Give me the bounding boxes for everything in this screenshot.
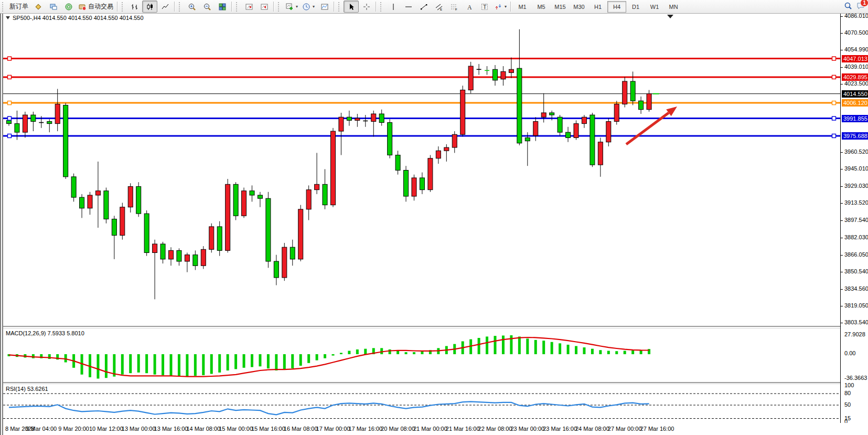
crosshair-button[interactable] <box>359 1 374 13</box>
auto-scroll-button[interactable] <box>241 1 256 13</box>
tile-windows-button[interactable] <box>215 1 230 13</box>
macd-histogram-bar <box>316 354 318 360</box>
annotation-arrow-line[interactable] <box>626 113 669 144</box>
bar-chart-button[interactable] <box>127 1 142 13</box>
timeframe-button-m5[interactable]: M5 <box>532 1 551 13</box>
candle-body <box>71 177 76 197</box>
timeframe-button-mn[interactable]: MN <box>664 1 683 13</box>
line-handle[interactable] <box>832 101 836 105</box>
macd-pane[interactable]: MACD(12,26,9) 7.5933 5.8010 <box>3 328 840 383</box>
macd-histogram-bar <box>97 354 99 379</box>
rsi-pane[interactable]: RSI(14) 53.6261 <box>3 384 840 424</box>
tick-mark <box>841 33 843 34</box>
line-handle[interactable] <box>832 75 836 79</box>
rsi-label: RSI(14) 53.6261 <box>6 386 48 392</box>
toolbar-separator <box>510 2 511 12</box>
fibonacci-button[interactable]: F <box>446 1 462 13</box>
tick-mark <box>841 186 843 187</box>
timeframe-button-h1[interactable]: H1 <box>588 1 607 13</box>
line-handle[interactable] <box>8 57 12 60</box>
crosshair-icon <box>362 3 371 11</box>
timeframe-button-w1[interactable]: W1 <box>645 1 664 13</box>
time-axis-label: 23 Mar 16:00 <box>543 426 577 432</box>
candle-body <box>233 184 238 216</box>
new-order-button[interactable]: 新订单 <box>7 1 30 13</box>
tick-mark <box>841 238 843 238</box>
chart-shift-marker-icon[interactable] <box>667 15 673 18</box>
macd-histogram-bar <box>478 338 480 354</box>
charts-list-icon[interactable] <box>30 1 46 13</box>
line-handle[interactable] <box>832 116 836 120</box>
text-button[interactable]: A <box>462 1 477 13</box>
candle-body <box>226 184 230 250</box>
timeframe-button-m30[interactable]: M30 <box>570 1 588 13</box>
market-watch-icon[interactable] <box>46 1 61 13</box>
channel-button[interactable]: E <box>431 1 446 13</box>
price-tick-label: 3850.540 <box>844 268 868 274</box>
chat-button[interactable]: 1 <box>856 2 865 12</box>
line-chart-button[interactable] <box>157 1 173 13</box>
arrows-button[interactable]: ▾ <box>492 1 509 13</box>
line-handle[interactable] <box>8 75 12 79</box>
price-tick-label: 4039.010 <box>844 63 868 70</box>
candlestick-plot[interactable] <box>3 13 840 326</box>
tick-mark <box>841 255 843 256</box>
periods-button[interactable]: ▾ <box>300 1 317 13</box>
line-handle[interactable] <box>832 57 836 60</box>
candle-body <box>574 124 578 138</box>
trendline-button[interactable] <box>416 1 431 13</box>
candle-body <box>444 147 449 151</box>
cursor-button[interactable] <box>344 1 359 13</box>
autotrading-button[interactable]: 自动交易 <box>76 1 115 13</box>
candlestick-chart-button[interactable] <box>142 1 157 13</box>
time-axis-label: 21 Mar 00:00 <box>413 426 447 432</box>
tick-mark <box>841 289 843 290</box>
horizontal-line-button[interactable] <box>401 1 416 13</box>
candle-body <box>160 244 165 259</box>
line-handle[interactable] <box>8 116 12 120</box>
candle-body <box>436 151 441 158</box>
main-price-pane[interactable]: SP500-,H4 4014.550 4014.550 4014.550 401… <box>3 13 840 327</box>
chartplus-icon <box>285 3 294 11</box>
time-axis-label: 13 Mar 00:00 <box>122 426 156 432</box>
price-badge-4006.120: 4006.120 <box>842 99 868 107</box>
price-tick-label: 3834.560 <box>844 285 868 292</box>
new-chart-button[interactable]: ▾ <box>283 1 300 13</box>
price-badge-4029.895: 4029.895 <box>842 73 868 81</box>
line-handle[interactable] <box>832 134 836 137</box>
templates-button[interactable] <box>317 1 332 13</box>
time-axis[interactable]: 8 Mar 20239 Mar 04:009 Mar 20:0010 Mar 1… <box>3 423 868 435</box>
text-label-button[interactable]: T <box>477 1 492 13</box>
search-icon[interactable] <box>844 2 852 12</box>
toolbar-separator <box>231 2 232 12</box>
linechart-icon <box>161 3 169 11</box>
chevron-down-icon[interactable]: ▾ <box>296 4 298 9</box>
chevron-down-icon[interactable]: ▾ <box>505 4 507 9</box>
timeframe-button-h4[interactable]: H4 <box>607 1 626 13</box>
candle-body <box>15 124 19 133</box>
chart-dropdown-icon[interactable] <box>6 16 10 19</box>
signals-icon[interactable] <box>61 1 76 13</box>
price-tick-label: 3929.030 <box>844 183 868 189</box>
chart-shift-button[interactable] <box>256 1 272 13</box>
timeframe-button-m1[interactable]: M1 <box>513 1 532 13</box>
price-axis[interactable]: 4086.0104070.5004054.9904039.0104023.500… <box>840 13 868 423</box>
rsi-axis-label: 80 <box>844 390 851 396</box>
shiftl-icon <box>260 3 269 11</box>
macd-histogram-bar <box>607 351 610 354</box>
price-tick-label: 3803.540 <box>844 319 868 325</box>
zoom-out-button[interactable] <box>199 1 215 13</box>
zoom-in-button[interactable] <box>184 1 199 13</box>
line-handle[interactable] <box>8 134 12 137</box>
candle-body <box>217 227 222 250</box>
vertical-line-button[interactable] <box>385 1 401 13</box>
clock-icon <box>302 3 310 11</box>
time-axis-label: 21 Mar 16:00 <box>446 426 480 432</box>
timeframe-button-d1[interactable]: D1 <box>626 1 645 13</box>
candle-body <box>509 69 513 72</box>
chevron-down-icon[interactable]: ▾ <box>313 4 315 9</box>
macd-histogram-bar <box>551 342 553 354</box>
macd-histogram-bar <box>227 354 229 370</box>
timeframe-button-m15[interactable]: M15 <box>551 1 570 13</box>
line-handle[interactable] <box>8 101 12 105</box>
